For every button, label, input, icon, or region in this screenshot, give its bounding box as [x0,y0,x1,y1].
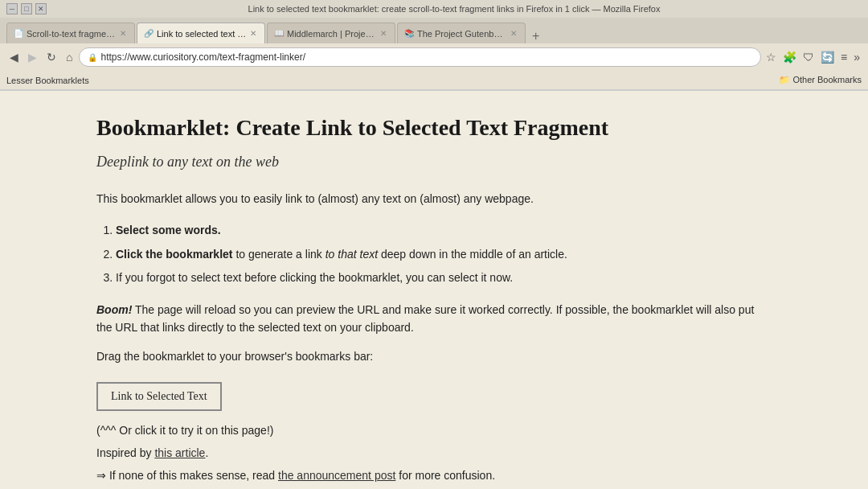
lesser-bookmarklets-bookmark[interactable]: Lesser Bookmarklets [6,76,89,85]
tab-2-close[interactable]: ✕ [250,29,256,38]
boom-label: Boom! [96,303,132,316]
inspired-text: Inspired by this article. [96,446,772,459]
boom-paragraph: Boom! The page will reload so you can pr… [96,301,772,337]
confusion-text: ⇒ If none of this makes sense, read the … [96,469,772,482]
back-button[interactable]: ◀ [6,49,22,65]
nav-bar: ◀ ▶ ↻ ⌂ 🔒 https://www.curiository.com/te… [0,43,868,71]
inspired-prefix: Inspired by [96,446,154,459]
step-2-italic: to that text [326,248,378,261]
address-bar[interactable]: 🔒 https://www.curiository.com/text-fragm… [79,47,761,67]
announcement-suffix: for more confusion. [395,469,495,482]
browser-chrome: ─ □ ✕ Link to selected text bookmarklet:… [0,0,868,91]
tab-4-label: The Project Gutenberg eBo [417,29,507,39]
intro-text: This bookmarklet allows you to easily li… [96,190,772,208]
tabs-bar: 📄 Scroll-to-text fragment boo ✕ 🔗 Link t… [0,18,868,43]
new-tab-button[interactable]: + [527,29,544,43]
home-button[interactable]: ⌂ [63,49,76,65]
sync-button[interactable]: 🔄 [819,49,836,65]
page-subtitle: Deeplink to any text on the web [96,154,772,171]
lock-icon: 🔒 [88,53,97,62]
tab-2-favicon: 🔗 [144,29,154,38]
inspired-suffix: . [205,446,208,459]
try-text: (^^^ Or click it to try it on this page!… [96,424,772,437]
tab-1[interactable]: 📄 Scroll-to-text fragment boo ✕ [6,23,135,43]
drag-text: Drag the bookmarklet to your browser's b… [96,350,772,363]
tab-3-favicon: 📖 [274,29,284,38]
other-bookmarks-label: Other Bookmarks [792,75,862,84]
announcement-post-link[interactable]: the announcement post [278,469,395,482]
tab-1-favicon: 📄 [14,29,23,38]
close-button[interactable]: ✕ [35,3,47,14]
extensions-button[interactable]: 🧩 [781,49,798,65]
folder-icon: 📁 [779,75,790,84]
window-controls[interactable]: ─ □ ✕ [6,3,47,14]
this-article-link[interactable]: this article [154,446,205,459]
bookmarks-bar: Lesser Bookmarklets 📁 Other Bookmarks [0,71,868,90]
forward-button[interactable]: ▶ [25,49,40,65]
reload-button[interactable]: ↻ [43,49,59,65]
step-3-text: If you forgot to select text before clic… [116,271,513,284]
step-1: Select some words. [116,220,772,240]
tab-4[interactable]: 📚 The Project Gutenberg eBo ✕ [397,23,526,43]
tab-1-close[interactable]: ✕ [120,29,126,38]
bookmark-star-button[interactable]: ☆ [764,49,778,65]
bookmarks-left: Lesser Bookmarklets [6,76,89,85]
maximize-button[interactable]: □ [21,3,32,14]
step-1-bold: Select some words. [116,224,221,236]
page-title: Bookmarklet: Create Link to Selected Tex… [96,115,772,141]
arrow-text: ⇒ If none of this makes sense, read [96,469,278,482]
tab-1-label: Scroll-to-text fragment boo [27,29,117,39]
other-bookmarks[interactable]: 📁 Other Bookmarks [779,75,862,85]
tab-3-close[interactable]: ✕ [380,29,387,38]
tab-2[interactable]: 🔗 Link to selected text bookm ✕ [137,23,265,43]
tab-4-favicon: 📚 [404,29,414,38]
url-text: https://www.curiository.com/text-fragmen… [100,51,752,63]
step-2-text: to generate a link to that text deep dow… [233,248,567,261]
nav-right-icons: ☆ 🧩 🛡 🔄 ≡ » [764,49,862,65]
tab-2-label: Link to selected text bookm [157,29,247,39]
page-content: Bookmarklet: Create Link to Selected Tex… [0,91,868,489]
step-3: If you forgot to select text before clic… [116,268,772,288]
overflow-button[interactable]: » [852,49,862,65]
step-2: Click the bookmarklet to generate a link… [116,244,772,265]
boom-body: The page will reload so you can preview … [96,303,754,334]
window-title: Link to selected text bookmarklet: creat… [47,4,862,14]
instructions-list: Select some words. Click the bookmarklet… [116,220,772,288]
tab-3-label: Middlemarch | Project Gute [287,29,377,39]
shield-icon-button[interactable]: 🛡 [801,49,816,65]
minimize-button[interactable]: ─ [6,3,18,14]
tab-4-close[interactable]: ✕ [510,29,517,38]
step-2-bold: Click the bookmarklet [116,248,233,261]
tab-3[interactable]: 📖 Middlemarch | Project Gute ✕ [267,23,395,43]
menu-button[interactable]: ≡ [839,49,849,65]
bookmarklet-button[interactable]: Link to Selected Text [96,382,222,411]
title-bar: ─ □ ✕ Link to selected text bookmarklet:… [0,0,868,18]
